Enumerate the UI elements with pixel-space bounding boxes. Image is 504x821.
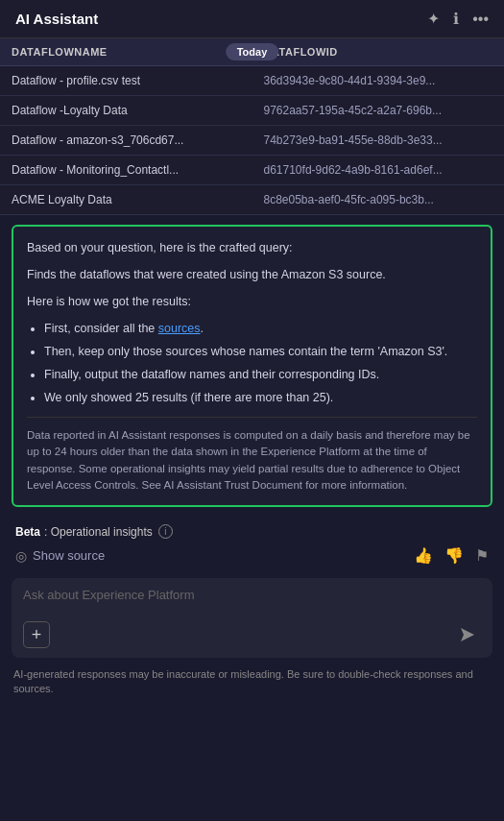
source-row: ◎ Show source 👍 👎 ⚑ <box>0 543 504 572</box>
step-2: Then, keep only those sources whose name… <box>44 342 477 361</box>
step-1-prefix: First, consider all the <box>44 322 158 335</box>
response-disclaimer: Data reported in AI Assistant responses … <box>27 417 477 494</box>
cell-name: Dataflow - profile.csv test <box>0 66 252 95</box>
cell-id: 74b273e9-ba91-455e-88db-3e33... <box>252 126 505 155</box>
feedback-icons: 👍 👎 ⚑ <box>414 546 489 565</box>
cell-id: 9762aa57-195a-45c2-a2a7-696b... <box>252 96 505 125</box>
table-row: Dataflow -Loyalty Data 9762aa57-195a-45c… <box>0 96 504 126</box>
beta-row: Beta : Operational insights i <box>0 517 504 543</box>
cell-name: ACME Loyalty Data <box>0 185 252 214</box>
brightness-icon[interactable]: ✦ <box>427 10 440 28</box>
cell-name: Dataflow -Loyalty Data <box>0 96 252 125</box>
more-icon[interactable]: ••• <box>472 11 489 28</box>
beta-badge: Beta <box>15 525 40 539</box>
table-row: Dataflow - profile.csv test 36d3943e-9c8… <box>0 66 504 96</box>
ai-response-card: Based on your question, here is the craf… <box>12 225 492 507</box>
table-row: Dataflow - amazon-s3_706cd67... 74b273e9… <box>0 126 504 156</box>
response-text: Based on your question, here is the craf… <box>27 238 477 494</box>
input-placeholder[interactable]: Ask about Experience Platform <box>23 588 481 602</box>
response-steps-list: First, consider all the sources. Then, k… <box>44 319 477 407</box>
show-source-label: Show source <box>33 548 105 563</box>
thumbs-down-icon[interactable]: 👎 <box>444 546 464 565</box>
header-icons: ✦ ℹ ••• <box>427 10 489 28</box>
response-method-header: Here is how we got the results: <box>27 292 477 311</box>
beta-sublabel: : Operational insights <box>44 525 153 539</box>
response-summary: Finds the dataflows that were created us… <box>27 265 477 284</box>
step-1: First, consider all the sources. <box>44 319 477 338</box>
app-title: AI Assistant <box>15 11 98 27</box>
thumbs-up-icon[interactable]: 👍 <box>414 546 433 565</box>
sources-link[interactable]: sources <box>158 322 201 335</box>
eye-icon: ◎ <box>15 548 27 564</box>
table-row: ACME Loyalty Data 8c8e05ba-aef0-45fc-a09… <box>0 185 504 215</box>
table-header-row: DATAFLOWNAME Today DATAFLOWID <box>0 38 504 66</box>
beta-info-icon[interactable]: i <box>158 524 173 539</box>
today-badge: Today <box>226 43 279 60</box>
step-1-suffix: . <box>201 322 204 335</box>
table-row: Dataflow - Monitoring_Contactl... d61710… <box>0 156 504 185</box>
show-source-button[interactable]: ◎ Show source <box>15 548 105 564</box>
input-row: + <box>23 621 481 648</box>
cell-id: 8c8e05ba-aef0-45fc-a095-bc3b... <box>252 185 505 214</box>
col-header-id: DATAFLOWID <box>252 38 505 65</box>
cell-name: Dataflow - Monitoring_Contactl... <box>0 156 252 184</box>
send-button[interactable] <box>454 621 481 648</box>
cell-id: 36d3943e-9c80-44d1-9394-3e9... <box>252 66 505 95</box>
col-header-name: DATAFLOWNAME <box>0 38 252 65</box>
cell-id: d61710fd-9d62-4a9b-8161-ad6ef... <box>252 156 505 184</box>
response-intro: Based on your question, here is the craf… <box>27 238 477 257</box>
info-icon[interactable]: ℹ <box>453 10 459 28</box>
flag-icon[interactable]: ⚑ <box>475 546 489 565</box>
cell-name: Dataflow - amazon-s3_706cd67... <box>0 126 252 155</box>
step-3: Finally, output the dataflow names and t… <box>44 365 477 384</box>
add-attachment-button[interactable]: + <box>23 621 50 648</box>
input-area: Ask about Experience Platform + <box>12 578 492 658</box>
footer-disclaimer: AI-generated responses may be inaccurate… <box>0 662 504 705</box>
app-header: AI Assistant ✦ ℹ ••• <box>0 0 504 38</box>
step-4: We only showed 25 results (if there are … <box>44 388 477 407</box>
table-body: Dataflow - profile.csv test 36d3943e-9c8… <box>0 66 504 215</box>
dataflow-table: DATAFLOWNAME Today DATAFLOWID Dataflow -… <box>0 38 504 215</box>
